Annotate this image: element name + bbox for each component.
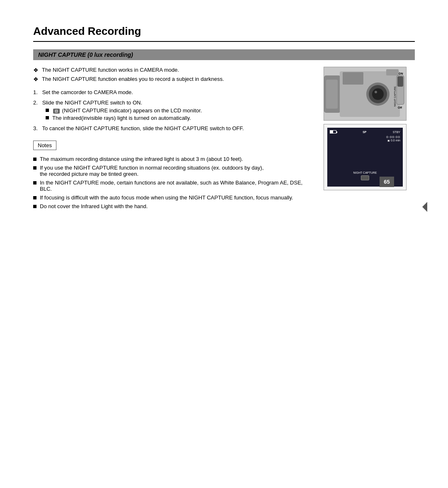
remaining-text: 0.0 min (391, 139, 400, 142)
note-3: In the NIGHT CAPTURE mode, certain funct… (33, 180, 315, 192)
sub-bullet-2: The infrared(invisible rays) light is tu… (46, 115, 315, 121)
lcd-timecode-area: 0:00:00 ▣ 0.0 min (330, 135, 400, 142)
svg-text:Off: Off (398, 106, 402, 109)
step-2: 2. Slide the NIGHT CAPTURE switch to ON.… (33, 100, 315, 121)
note-text-4: If focusing is difficult with the auto f… (40, 194, 293, 201)
square-icon-2 (46, 116, 49, 119)
note-1: The maximum recording distance using the… (33, 156, 315, 162)
note-text-3: In the NIGHT CAPTURE mode, certain funct… (40, 180, 315, 192)
right-content: ON NIGHT CAPTURE Off SP (324, 67, 415, 212)
lcd-top-bar: SP STBY (330, 130, 400, 134)
svg-rect-9 (386, 69, 399, 75)
intro-bullet-1: ❖ The NIGHT CAPTURE function works in CA… (33, 67, 315, 73)
notes-list: The maximum recording distance using the… (33, 156, 315, 209)
note-square-3 (33, 181, 37, 185)
note-2: If you use the NIGHT CAPTURE function in… (33, 165, 315, 177)
svg-point-6 (372, 88, 384, 100)
note-4: If focusing is difficult with the auto f… (33, 194, 315, 201)
camera-body: ON NIGHT CAPTURE Off (324, 67, 406, 120)
lcd-battery-icon (330, 130, 336, 134)
sub-bullet-text-2: The infrared(invisible rays) light is tu… (52, 115, 191, 121)
page-number: 65 (384, 179, 390, 185)
camera-svg: ON NIGHT CAPTURE Off (324, 67, 407, 121)
steps-section: 1. Set the camcorder to CAMERA mode. 2. … (33, 89, 315, 131)
page-arrow-icon (422, 202, 427, 212)
lcd-sp-label: SP (363, 131, 366, 134)
page-number-container: 65 (422, 202, 427, 212)
page-title: Advanced Recording (33, 25, 415, 38)
lcd-battery-fill (330, 131, 333, 133)
note-text-5: Do not cover the Infrared Light with the… (40, 203, 148, 209)
note-5: Do not cover the Infrared Light with the… (33, 203, 315, 209)
nc-indicator: ⊡ (53, 109, 60, 114)
step-3: 3. To cancel the NIGHT CAPTURE function,… (33, 125, 315, 131)
step-3-text: To cancel the NIGHT CAPTURE function, sl… (42, 125, 243, 131)
section-header: NIGHT CAPTURE (0 lux recording) (33, 49, 415, 60)
step-1: 1. Set the camcorder to CAMERA mode. (33, 89, 315, 95)
step-1-text: Set the camcorder to CAMERA mode. (42, 89, 133, 95)
content-area: ❖ The NIGHT CAPTURE function works in CA… (33, 67, 415, 212)
left-content: ❖ The NIGHT CAPTURE function works in CA… (33, 67, 315, 212)
notes-label: Notes (38, 142, 52, 148)
intro-bullet-2: ❖ The NIGHT CAPTURE function enables you… (33, 76, 315, 83)
lcd-timecode: 0:00:00 (330, 135, 400, 139)
diamond-icon-2: ❖ (33, 76, 39, 83)
step-2-number: 2. (33, 100, 41, 106)
square-icon-1 (46, 109, 49, 112)
note-square-1 (33, 158, 37, 161)
intro-bullets: ❖ The NIGHT CAPTURE function works in CA… (33, 67, 315, 83)
svg-point-7 (375, 91, 377, 93)
svg-rect-2 (326, 80, 338, 109)
lcd-remaining: ▣ 0.0 min (330, 139, 400, 142)
note-square-2 (33, 166, 37, 170)
note-square-4 (33, 196, 37, 199)
svg-rect-11 (397, 76, 403, 87)
step-3-number: 3. (33, 125, 41, 131)
step-2-sub-bullets: ⊡ (NIGHT CAPTURE indicator) appears on t… (46, 107, 315, 121)
page-number-box: 65 (380, 177, 394, 187)
note-text-2: If you use the NIGHT CAPTURE function in… (40, 165, 264, 177)
lcd-night-label: NIGHT CAPTURE (353, 171, 377, 174)
svg-text:ON: ON (399, 72, 403, 75)
notes-box: Notes (33, 141, 56, 150)
diamond-icon-1: ❖ (33, 67, 39, 73)
svg-text:NIGHT CAPTURE: NIGHT CAPTURE (394, 86, 396, 107)
sub-bullet-text-1: ⊡ (NIGHT CAPTURE indicator) appears on t… (52, 107, 202, 114)
tape-icon: ▣ (387, 139, 390, 142)
step-2-text: Slide the NIGHT CAPTURE switch to ON. (42, 100, 142, 106)
lcd-stby-label: STBY (393, 131, 400, 134)
intro-bullet-text-1: The NIGHT CAPTURE function works in CAME… (42, 67, 179, 73)
camera-diagram-top: ON NIGHT CAPTURE Off (324, 67, 407, 121)
sub-bullet-1: ⊡ (NIGHT CAPTURE indicator) appears on t… (46, 107, 315, 114)
note-square-5 (33, 205, 37, 208)
step-1-number: 1. (33, 89, 41, 95)
title-divider (33, 41, 415, 42)
intro-bullet-text-2: The NIGHT CAPTURE function enables you t… (42, 76, 224, 82)
svg-rect-8 (343, 72, 363, 85)
note-text-1: The maximum recording distance using the… (40, 156, 243, 162)
page-container: Advanced Recording NIGHT CAPTURE (0 lux … (0, 0, 448, 237)
camera-diagram-bottom: SP STBY 0:00:00 ▣ 0.0 min NIGHT CAPTURE (324, 124, 407, 190)
lcd-nc-indicator (361, 175, 369, 180)
